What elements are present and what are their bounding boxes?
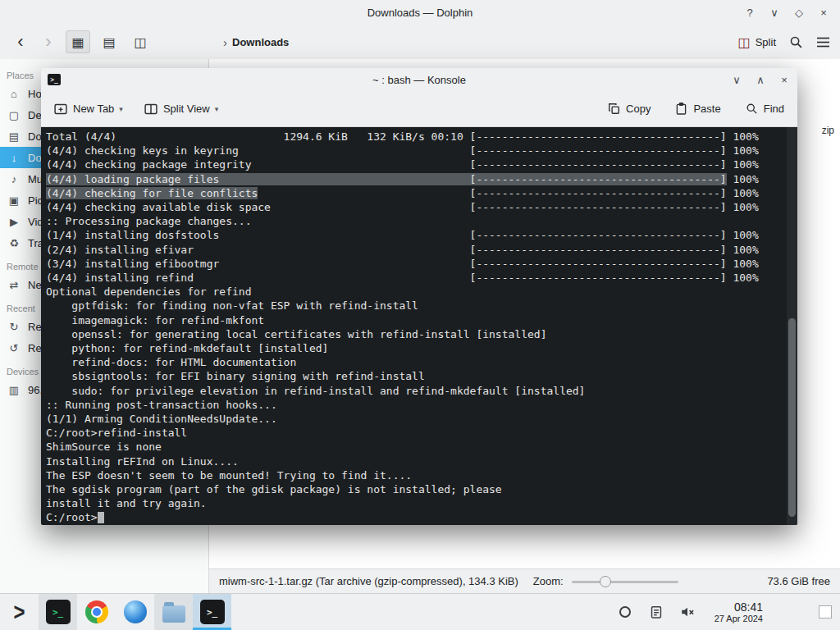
paste-label: Paste bbox=[693, 103, 720, 115]
terminal-scrollbar[interactable] bbox=[787, 127, 797, 525]
home-icon: ⌂ bbox=[7, 88, 21, 100]
place-label: Re bbox=[28, 342, 42, 354]
taskbar-chrome[interactable] bbox=[77, 594, 116, 630]
clock-date: 27 Apr 2024 bbox=[714, 614, 763, 624]
zoom-slider-track bbox=[572, 581, 678, 583]
close-button[interactable]: × bbox=[817, 7, 830, 19]
find-button[interactable]: Find bbox=[746, 103, 784, 115]
terminal-line: (4/4) installing refind [---------------… bbox=[46, 271, 797, 285]
view-details-button[interactable]: ▤ bbox=[97, 30, 121, 53]
digital-clock[interactable]: 08:41 27 Apr 2024 bbox=[714, 600, 763, 624]
paste-button[interactable]: Paste bbox=[675, 103, 720, 115]
terminal-line: The ESP doesn't seem to be mounted! Tryi… bbox=[46, 468, 797, 482]
terminal-line: openssl: for generating local certificat… bbox=[46, 327, 797, 341]
breadcrumb-folder[interactable]: Downloads bbox=[232, 36, 289, 48]
videos-icon: ▶ bbox=[7, 216, 21, 228]
new-tab-button[interactable]: New Tab ▾ bbox=[54, 103, 123, 115]
breadcrumb-chevron-icon: › bbox=[223, 35, 227, 49]
volume-muted-icon[interactable] bbox=[678, 605, 696, 619]
terminal-line: sudo: for privilege elevation in refind-… bbox=[46, 384, 797, 398]
restore-button[interactable]: ◇ bbox=[792, 7, 806, 19]
konsole-titlebar[interactable]: >_ ~ : bash — Konsole ∨ ∧ × bbox=[41, 68, 797, 91]
terminal-line: (4/4) checking package integrity [------… bbox=[46, 158, 797, 171]
launcher-icon: > bbox=[13, 598, 25, 627]
split-view-button[interactable]: Split View ▾ bbox=[144, 103, 218, 115]
find-label: Find bbox=[764, 103, 784, 115]
konsole-window-buttons: ∨ ∧ × bbox=[730, 74, 791, 86]
terminal-line: (3/4) installing efibootmgr [-----------… bbox=[46, 257, 797, 271]
pictures-icon: ▣ bbox=[7, 194, 21, 207]
taskbar-dolphin[interactable] bbox=[154, 594, 193, 630]
split-view-dropdown-icon[interactable]: ▾ bbox=[215, 105, 219, 113]
terminal-line: (2/4) installing efivar [---------------… bbox=[46, 243, 797, 257]
terminal-cursor bbox=[98, 512, 104, 523]
konsole-close-button[interactable]: × bbox=[778, 74, 791, 86]
terminal-text: [--------------------------------------]… bbox=[258, 187, 758, 199]
terminal-line: C:/root>refind-install bbox=[46, 426, 797, 440]
konsole-toolbar: New Tab ▾ Split View ▾ Copy bbox=[41, 91, 797, 127]
recent-locations-icon: ↺ bbox=[7, 342, 21, 354]
free-space-label: 73.6 GiB free bbox=[767, 575, 830, 587]
clipboard-icon[interactable] bbox=[647, 605, 665, 619]
desktop: Downloads — Dolphin ? ∨ ◇ × ‹ › ▦ ▤ ◫ › … bbox=[0, 0, 840, 630]
terminal-line: (1/4) installing dosfstools [-----------… bbox=[46, 228, 797, 242]
zoom-slider-thumb[interactable] bbox=[600, 576, 611, 587]
konsole-window: >_ ~ : bash — Konsole ∨ ∧ × New Tab ▾ Sp… bbox=[41, 68, 797, 525]
terminal-lines: Total (4/4) 1294.6 KiB 132 KiB/s 00:10 [… bbox=[46, 130, 797, 525]
new-tab-label: New Tab bbox=[73, 103, 114, 115]
view-icons-button[interactable]: ▦ bbox=[66, 30, 90, 53]
tray-status-icon[interactable] bbox=[616, 606, 634, 618]
konsole-maximize-button[interactable]: ∧ bbox=[754, 74, 767, 86]
konsole-minimize-button[interactable]: ∨ bbox=[730, 74, 743, 86]
paste-icon bbox=[675, 103, 687, 115]
copy-icon bbox=[608, 103, 620, 115]
dolphin-toolbar-right: ◫ Split bbox=[738, 34, 830, 50]
zoom-slider[interactable] bbox=[572, 576, 678, 587]
view-tree-button[interactable]: ◫ bbox=[128, 30, 153, 53]
terminal-line: (4/4) loading package files [-----------… bbox=[46, 172, 797, 186]
file-name-fragment: zip bbox=[822, 125, 834, 136]
recent-files-icon: ↻ bbox=[7, 321, 21, 333]
search-icon[interactable] bbox=[789, 35, 803, 49]
terminal-selection: (4/4) checking for file conflicts bbox=[46, 187, 258, 199]
terminal-line: (4/4) checking for file conflicts [-----… bbox=[46, 186, 797, 200]
konsole-toolbar-right: Copy Paste Find bbox=[608, 103, 784, 115]
dolphin-window-buttons: ? ∨ ◇ × bbox=[743, 7, 840, 19]
clock-time: 08:41 bbox=[714, 600, 763, 614]
hamburger-menu-icon[interactable] bbox=[816, 36, 830, 48]
forward-button[interactable]: › bbox=[38, 34, 59, 50]
taskbar: > >_ >_ 08:41 27 Apr 2024 bbox=[0, 593, 840, 630]
minimize-button[interactable]: ∨ bbox=[768, 7, 781, 19]
back-button[interactable]: ‹ bbox=[10, 34, 31, 50]
new-tab-icon bbox=[54, 103, 67, 115]
place-label: Ne bbox=[28, 279, 42, 291]
split-icon: ◫ bbox=[738, 34, 751, 50]
terminal-line: python: for refind-mkdefault [installed] bbox=[46, 341, 797, 355]
breadcrumb[interactable]: › Downloads bbox=[223, 35, 289, 49]
documents-icon: ▤ bbox=[7, 130, 21, 143]
place-label: Do bbox=[28, 152, 42, 164]
music-icon: ♪ bbox=[7, 173, 21, 185]
terminal-scrollbar-thumb[interactable] bbox=[788, 318, 796, 518]
copy-label: Copy bbox=[626, 103, 651, 115]
new-tab-dropdown-icon[interactable]: ▾ bbox=[119, 105, 123, 113]
terminal-text: 100% bbox=[727, 173, 759, 185]
taskbar-browser[interactable] bbox=[116, 594, 154, 630]
help-button[interactable]: ? bbox=[743, 7, 756, 19]
downloads-icon: ↓ bbox=[7, 152, 21, 164]
dolphin-toolbar: ‹ › ▦ ▤ ◫ › Downloads ◫ Split bbox=[0, 25, 840, 59]
terminal[interactable]: Total (4/4) 1294.6 KiB 132 KiB/s 00:10 [… bbox=[41, 127, 797, 525]
selected-file-info: miwm-src-1-1.tar.gz (Tar archive (gzip-c… bbox=[219, 575, 518, 587]
taskbar-konsole[interactable]: >_ bbox=[193, 594, 231, 630]
taskbar-terminal-app[interactable]: >_ bbox=[39, 594, 77, 630]
find-icon bbox=[746, 103, 758, 115]
chrome-icon bbox=[85, 600, 108, 623]
app-launcher-button[interactable]: > bbox=[0, 594, 39, 630]
show-desktop-button[interactable] bbox=[819, 605, 832, 619]
place-label: Do bbox=[28, 130, 42, 143]
terminal-line: :: Running post-transaction hooks... bbox=[46, 398, 797, 412]
terminal-line: (4/4) checking keys in keyring [--------… bbox=[46, 144, 797, 158]
copy-button[interactable]: Copy bbox=[608, 103, 651, 115]
dolphin-titlebar[interactable]: Downloads — Dolphin ? ∨ ◇ × bbox=[0, 0, 840, 25]
split-button[interactable]: ◫ Split bbox=[738, 34, 776, 50]
